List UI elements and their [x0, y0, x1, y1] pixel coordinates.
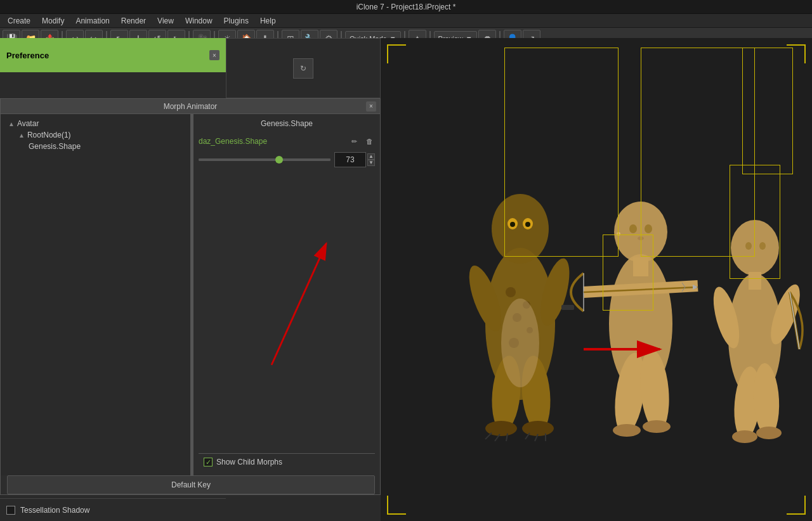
menu-animation[interactable]: Animation: [70, 15, 114, 27]
value-increment[interactable]: ▲: [367, 153, 375, 160]
svg-point-19: [522, 421, 554, 436]
menu-window[interactable]: Window: [180, 15, 218, 27]
value-decrement[interactable]: ▼: [367, 160, 375, 166]
morph-slider[interactable]: [199, 158, 331, 161]
corner-tl: [387, 44, 406, 63]
delete-morph-button[interactable]: 🗑: [363, 136, 375, 147]
title-bar: iClone 7 - Project18.iProject *: [0, 0, 812, 14]
tessellation-label: Tessellation Shadow: [20, 506, 89, 515]
morph-header: Morph Animator ×: [1, 99, 380, 114]
value-spinners: ▲ ▼: [367, 153, 375, 166]
window-title: iClone 7 - Project18.iProject *: [357, 3, 456, 11]
slider-track: [199, 158, 331, 161]
tree-item-rootnode[interactable]: ▲ RootNode(1): [3, 129, 188, 141]
svg-line-1: [272, 243, 326, 365]
menu-create[interactable]: Create: [3, 15, 36, 27]
value-control: 73 ▲ ▼: [334, 152, 375, 167]
menu-plugins[interactable]: Plugins: [219, 15, 254, 27]
tree-panel: ▲ Avatar ▲ RootNode(1) Genesis.Shape: [1, 114, 191, 475]
preference-panel: Preference ×: [0, 38, 226, 72]
right-mini-panel: ↻: [226, 38, 381, 98]
morph-bottom: ✓ Show Child Morphs: [199, 453, 375, 470]
panel-divider[interactable]: [191, 114, 193, 475]
mini-panel-icon[interactable]: ↻: [293, 58, 313, 79]
menu-render[interactable]: Render: [116, 15, 151, 27]
check-icon: ✓: [206, 458, 211, 466]
morph-row: daz_Genesis.Shape ✏ 🗑: [199, 136, 375, 147]
selection-box-right-top: [742, 48, 793, 174]
svg-line-20: [485, 433, 492, 439]
tree-item-genesis-shape[interactable]: Genesis.Shape: [3, 141, 188, 152]
morph-controls: Genesis.Shape daz_Genesis.Shape ✏ 🗑 73 ▲: [193, 114, 380, 475]
preference-close-button[interactable]: ×: [209, 50, 219, 60]
morph-body: ▲ Avatar ▲ RootNode(1) Genesis.Shape Gen…: [1, 114, 380, 475]
slider-row: 73 ▲ ▼: [199, 152, 375, 167]
tessellation-checkbox[interactable]: [6, 506, 15, 515]
selection-box-right-bottom: [730, 165, 780, 279]
morph-shape-title: Genesis.Shape: [199, 119, 375, 128]
arrows-area: [199, 172, 375, 448]
morph-value-box[interactable]: 73: [334, 152, 366, 167]
svg-point-53: [732, 430, 757, 443]
preference-title: Preference: [6, 51, 209, 60]
menu-view[interactable]: View: [152, 15, 179, 27]
svg-point-54: [756, 427, 782, 439]
menu-help[interactable]: Help: [255, 15, 281, 27]
edit-morph-button[interactable]: ✏: [348, 136, 360, 147]
svg-point-38: [613, 424, 641, 437]
show-child-morphs-checkbox[interactable]: ✓: [204, 458, 213, 466]
menu-bar: Create Modify Animation Render View Wind…: [0, 14, 812, 28]
morph-label: daz_Genesis.Shape: [199, 137, 344, 146]
selection-box-bottom: [603, 235, 653, 311]
morph-title: Morph Animator: [164, 102, 218, 111]
default-key-button[interactable]: Default Key: [7, 475, 375, 494]
tree-arrow-avatar: ▲: [8, 120, 15, 127]
menu-modify[interactable]: Modify: [37, 15, 69, 27]
viewport[interactable]: [381, 38, 812, 521]
tree-item-avatar[interactable]: ▲ Avatar: [3, 118, 188, 129]
morph-close-button[interactable]: ×: [366, 101, 376, 112]
svg-point-26: [501, 299, 539, 387]
morph-animator-panel: Morph Animator × ▲ Avatar ▲ RootNode(1) …: [0, 98, 381, 495]
slider-thumb[interactable]: [275, 156, 283, 164]
svg-rect-15: [561, 305, 574, 310]
svg-point-4: [506, 287, 516, 297]
annotation-arrows: [199, 172, 375, 448]
tree-arrow-rootnode: ▲: [18, 132, 25, 139]
bottom-bar: Tessellation Shadow: [0, 498, 226, 521]
svg-point-40: [629, 224, 637, 233]
corner-bl: [387, 496, 406, 515]
corner-br: [787, 496, 806, 515]
selection-box-left: [504, 48, 619, 257]
svg-point-39: [643, 420, 671, 433]
show-child-morphs-label: Show Child Morphs: [216, 458, 282, 466]
